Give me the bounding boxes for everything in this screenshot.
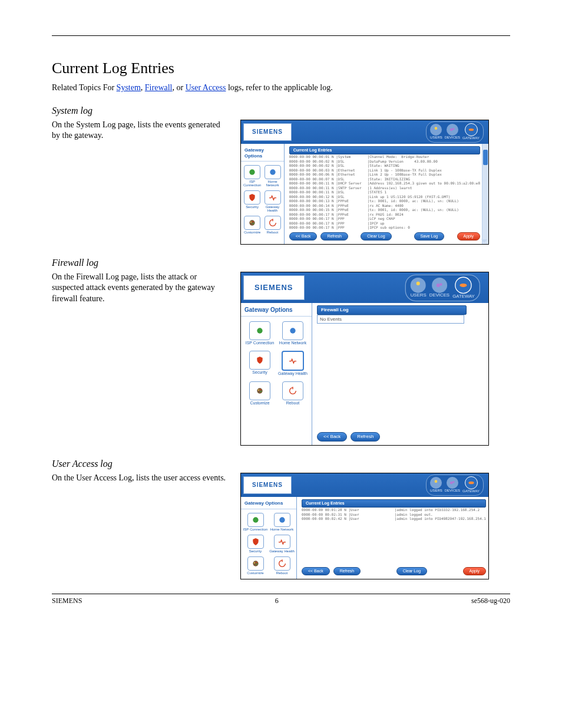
tab-gateway-label: GATEWAY [462,136,480,140]
refresh-button[interactable]: Refresh [351,432,380,442]
sidebar-item-home[interactable]: Home Network [276,320,309,346]
svg-point-29 [279,517,285,522]
sidebar-item-security[interactable]: Security [242,533,269,554]
sidebar-label: Gateway Health [278,371,308,375]
sidebar-item-customize[interactable]: Customize [242,215,262,235]
clear-log-button[interactable]: Clear Log [396,567,427,575]
titlebar: SIEMENS USERS DEVICES GATEWAY [241,272,488,303]
scroll-thumb[interactable] [483,150,488,165]
sidebar-item-reboot[interactable]: Reboot [276,380,309,406]
section-firewall-body: On the Firewall Log page, lists the atta… [52,272,229,304]
brand-logo: SIEMENS [243,476,292,494]
back-button[interactable]: << Back [317,432,347,442]
screenshot-system-log: SIEMENS USERS DEVICES GATEWAY Gateway Op… [240,120,489,245]
svg-point-24 [434,484,438,487]
titlebar: SIEMENS USERS DEVICES GATEWAY [241,120,488,144]
svg-point-7 [270,170,275,175]
link-user-access[interactable]: User Access [186,83,226,92]
sidebar-item-security[interactable]: Security [242,189,262,213]
sidebar-label: Security [249,549,262,553]
sidebar-item-isp[interactable]: ISP Connection [242,512,269,532]
sidebar-item-health[interactable]: Gateway Health [262,189,282,213]
sidebar-label: Reboot [286,401,300,405]
sidebar-item-reboot[interactable]: Reboot [269,555,295,576]
tab-devices-label: DEVICES [445,136,460,140]
sidebar-item-security[interactable]: Security [243,350,276,377]
svg-point-17 [257,328,262,334]
sidebar-item-home[interactable]: Home Network [269,512,295,532]
svg-point-15 [439,283,442,286]
svg-point-21 [260,389,261,390]
save-log-button[interactable]: Save Log [414,232,445,241]
tab-devices[interactable]: DEVICES [429,278,449,298]
tab-users-label: USERS [411,293,427,298]
footer-right: se568-ug-020 [471,597,510,605]
sidebar-label: Customize [244,230,260,234]
tab-gateway[interactable]: GATEWAY [452,276,475,299]
svg-point-11 [253,223,254,225]
svg-point-26 [452,482,455,484]
svg-point-8 [250,220,255,226]
apply-button[interactable]: Apply [463,567,487,575]
svg-point-10 [253,221,254,222]
tab-devices[interactable]: DEVICES [445,477,460,493]
footer-left: SIEMENS [52,597,82,605]
sidebar-item-health[interactable]: Gateway Health [269,533,295,554]
section-system-title: System log [52,106,510,116]
sidebar-title: Gateway Options [241,303,312,317]
svg-point-31 [254,562,255,563]
svg-point-28 [253,517,258,522]
refresh-button[interactable]: Refresh [320,232,348,241]
svg-point-20 [258,390,259,391]
sidebar-item-customize[interactable]: Customize [243,380,276,406]
log-table: 0000-00-00 00:00:01 N |System 0000-00-00… [289,154,480,230]
log-col-right: |Channel Mode: Bridge-Router |DataPump V… [368,154,480,230]
tab-gateway[interactable]: GATEWAY [462,476,480,493]
sidebar-label: Reboot [276,571,287,575]
rule-bottom [52,594,510,594]
link-system[interactable]: System [117,83,141,92]
sidebar-label: Reboot [267,230,278,234]
scrollbar[interactable] [482,144,488,244]
sidebar-label: Security [252,370,267,374]
svg-point-30 [253,561,258,566]
sidebar-label: ISP Connection [242,180,262,187]
sidebar: Gateway Options ISP Connection Home Netw… [241,497,297,579]
sidebar-label: Security [246,205,259,209]
svg-point-27 [468,482,474,485]
svg-point-19 [257,388,262,394]
log-col-right: |admin logged into PID3332-192.168.254.2… [395,508,486,521]
sidebar-item-home[interactable]: Home Network [262,164,282,188]
log-empty: No Events [317,315,464,324]
tab-users-label: USERS [430,489,442,493]
back-button[interactable]: << Back [289,232,318,241]
sep: , [141,83,145,92]
nav-pills: USERS DEVICES GATEWAY [426,121,484,142]
section-system-body: On the System Log page, lists the events… [52,120,229,141]
tab-gateway[interactable]: GATEWAY [462,123,480,140]
log-header: Current Log Entries [289,146,480,154]
sidebar-label: Home Network [270,528,294,531]
sidebar-item-isp[interactable]: ISP Connection [242,164,262,188]
sidebar-item-customize[interactable]: Customize [242,555,269,576]
apply-button[interactable]: Apply [457,232,481,241]
footer-page: 6 [275,597,279,605]
tab-devices[interactable]: DEVICES [445,124,460,140]
sidebar-label: Home Network [279,341,306,345]
link-firewall[interactable]: Firewall [145,83,173,92]
scroll-down-icon[interactable] [481,239,487,243]
tab-devices-label: DEVICES [445,489,460,493]
clear-log-button[interactable]: Clear Log [361,232,391,241]
tab-users[interactable]: USERS [411,278,427,298]
refresh-button[interactable]: Refresh [333,567,361,575]
sidebar-item-reboot[interactable]: Reboot [262,215,282,235]
log-table: 0000-00-00 00:01:28 N |User 0000-00-00 0… [302,508,486,521]
tab-users[interactable]: USERS [430,477,442,493]
svg-point-25 [450,482,453,485]
nav-pills: USERS DEVICES GATEWAY [426,475,484,495]
back-button[interactable]: << Back [302,567,330,575]
tab-users[interactable]: USERS [430,124,442,140]
sidebar-item-isp[interactable]: ISP Connection [243,320,276,346]
sidebar-item-health[interactable]: Gateway Health [276,350,309,377]
section-user-body: On the User Access Log, lists the user a… [52,473,229,483]
